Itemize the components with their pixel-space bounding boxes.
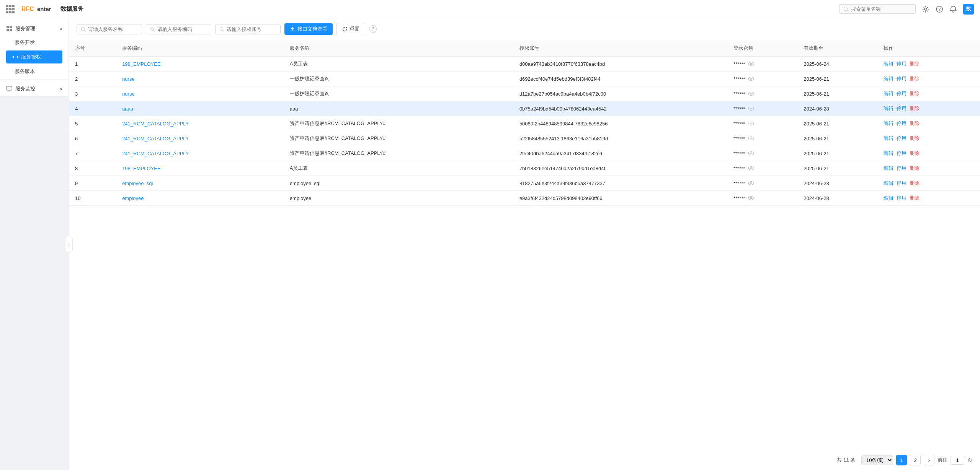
svg-line-13 <box>84 30 86 31</box>
sidebar-item-service-dev[interactable]: · 服务开发 <box>0 36 69 49</box>
cell-expire: 2025-06-24 <box>797 57 877 72</box>
sidebar-collapse-btn[interactable]: ‹ <box>65 236 73 253</box>
search-icon <box>843 7 849 12</box>
cell-key: ****** <box>727 57 797 72</box>
search-name-input-wrapper[interactable] <box>77 24 142 34</box>
svg-rect-8 <box>10 29 12 31</box>
global-search[interactable] <box>839 4 916 14</box>
page-btn-1[interactable]: 1 <box>896 455 907 465</box>
help-icon[interactable]: ? <box>936 5 943 13</box>
global-search-input[interactable] <box>851 6 908 12</box>
disable-action[interactable]: 停用 <box>897 135 906 142</box>
cell-auth: d692eccf40e74d5ebd39ef3f3f482f44 <box>513 72 727 86</box>
eye-icon[interactable] <box>748 76 754 82</box>
svg-point-23 <box>750 78 752 80</box>
table-row: 7 241_RCM_CATALOG_APPLY 资产申请信息表#RCM_CATA… <box>69 146 980 161</box>
eye-icon[interactable] <box>748 165 754 171</box>
eye-icon[interactable] <box>748 150 754 156</box>
svg-text:?: ? <box>938 7 941 11</box>
edit-action[interactable]: 编辑 <box>884 75 893 82</box>
settings-icon[interactable] <box>922 5 929 13</box>
eye-icon[interactable] <box>748 91 754 97</box>
svg-rect-7 <box>7 29 9 31</box>
svg-rect-9 <box>7 86 12 90</box>
eye-icon[interactable] <box>748 135 754 141</box>
page-btn-2[interactable]: 2 <box>910 455 921 465</box>
disable-action[interactable]: 停用 <box>897 195 906 202</box>
edit-action[interactable]: 编辑 <box>884 90 893 97</box>
bell-icon[interactable] <box>949 5 957 13</box>
search-code-input[interactable] <box>157 26 207 32</box>
col-action: 操作 <box>877 40 980 57</box>
sidebar-item-service-version[interactable]: · 服务版本 <box>0 65 69 78</box>
page-size-select[interactable]: 10条/页 20条/页 50条/页 <box>861 455 893 465</box>
disable-action[interactable]: 停用 <box>897 120 906 127</box>
edit-action[interactable]: 编辑 <box>884 60 893 67</box>
delete-action[interactable]: 删除 <box>910 165 920 172</box>
delete-action[interactable]: 删除 <box>910 195 920 202</box>
disable-action[interactable]: 停用 <box>897 165 906 172</box>
table-row: 2 nurse 一般护理记录查询 d692eccf40e74d5ebd39ef3… <box>69 72 980 86</box>
code-link[interactable]: 198_EMPLOYEE <box>122 166 160 171</box>
code-link[interactable]: aaaa <box>122 106 133 112</box>
edit-action[interactable]: 编辑 <box>884 150 893 157</box>
help-button[interactable]: ? <box>369 25 377 33</box>
code-link[interactable]: nurse <box>122 76 135 82</box>
delete-action[interactable]: 删除 <box>910 90 920 97</box>
search-auth-input-wrapper[interactable] <box>215 24 281 34</box>
delete-action[interactable]: 删除 <box>910 150 920 157</box>
edit-action[interactable]: 编辑 <box>884 135 893 142</box>
eye-icon[interactable] <box>748 120 754 127</box>
code-link[interactable]: employee <box>122 195 144 201</box>
user-avatar[interactable]: 数 <box>963 4 974 15</box>
cell-expire: 2024-06-28 <box>797 176 877 191</box>
cell-index: 1 <box>69 57 116 72</box>
key-value: ****** <box>733 61 745 67</box>
edit-action[interactable]: 编辑 <box>884 165 893 172</box>
search-auth-input[interactable] <box>227 26 276 32</box>
delete-action[interactable]: 删除 <box>910 60 920 67</box>
disable-action[interactable]: 停用 <box>897 60 906 67</box>
sidebar: 服务管理 ∧ · 服务开发 • 服务授权 · 服务版本 服务监 <box>0 18 69 96</box>
edit-action[interactable]: 编辑 <box>884 195 893 202</box>
delete-action[interactable]: 删除 <box>910 75 920 82</box>
eye-icon[interactable] <box>748 61 754 67</box>
svg-point-35 <box>750 168 752 169</box>
goto-page-input[interactable] <box>951 456 964 465</box>
disable-action[interactable]: 停用 <box>897 150 906 157</box>
col-name: 服务名称 <box>284 40 513 57</box>
sidebar-item-service-auth[interactable]: • 服务授权 <box>6 50 62 63</box>
edit-action[interactable]: 编辑 <box>884 180 893 187</box>
delete-action[interactable]: 删除 <box>910 180 920 187</box>
delete-action[interactable]: 删除 <box>910 120 920 127</box>
disable-action[interactable]: 停用 <box>897 75 906 82</box>
edit-action[interactable]: 编辑 <box>884 120 893 127</box>
code-link[interactable]: employee_sql <box>122 181 153 186</box>
search-name-input[interactable] <box>88 26 138 32</box>
search-code-input-wrapper[interactable] <box>146 24 211 34</box>
edit-action[interactable]: 编辑 <box>884 105 893 112</box>
sidebar-item-service-management[interactable]: 服务管理 ∧ <box>0 21 69 36</box>
table-container: 序号 服务编码 服务名称 授权账号 登录密钥 有效期至 操作 1 198_EMP… <box>69 40 980 450</box>
reset-button[interactable]: 重置 <box>336 23 365 35</box>
svg-point-31 <box>750 138 752 139</box>
key-value: ****** <box>733 195 745 201</box>
code-link[interactable]: 241_RCM_CATALOG_APPLY <box>122 121 189 127</box>
code-link[interactable]: nurse <box>122 91 135 97</box>
disable-action[interactable]: 停用 <box>897 105 906 112</box>
import-doc-button[interactable]: 接口文档查看 <box>284 23 333 35</box>
eye-icon[interactable] <box>748 106 754 112</box>
eye-icon[interactable] <box>748 180 754 186</box>
disable-action[interactable]: 停用 <box>897 180 906 187</box>
page-next-btn[interactable]: › <box>924 455 934 465</box>
disable-action[interactable]: 停用 <box>897 90 906 97</box>
delete-action[interactable]: 删除 <box>910 135 920 142</box>
delete-action[interactable]: 删除 <box>910 105 920 112</box>
eye-icon[interactable] <box>748 195 754 201</box>
toolbar: 接口文档查看 重置 ? <box>69 18 980 40</box>
code-link[interactable]: 198_EMPLOYEE <box>122 61 160 67</box>
code-link[interactable]: 241_RCM_CATALOG_APPLY <box>122 151 189 156</box>
code-link[interactable]: 241_RCM_CATALOG_APPLY <box>122 136 189 141</box>
cell-auth: d12a7be27b054ac9ba4a4eb0b4f72c00 <box>513 86 727 101</box>
sidebar-item-service-monitor[interactable]: 服务监控 ∨ <box>0 81 69 96</box>
